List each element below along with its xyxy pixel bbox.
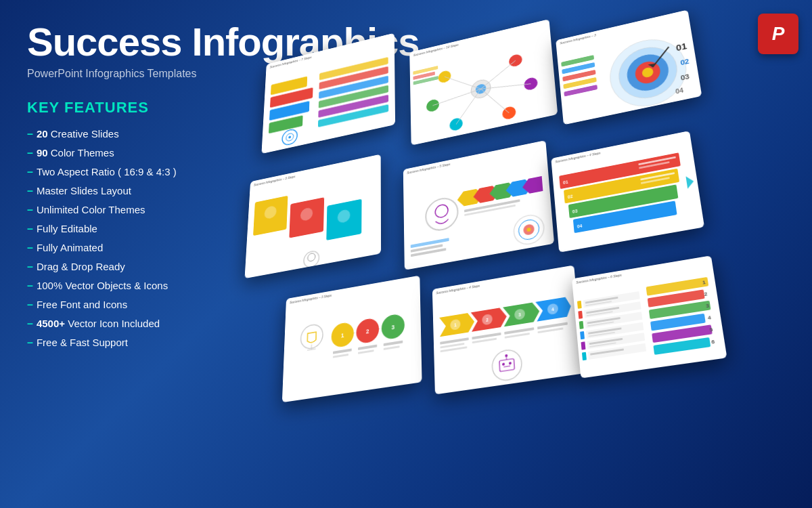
svg-text:3: 3 [518, 312, 522, 318]
slide-svg-1 [261, 40, 395, 154]
svg-line-23 [432, 89, 481, 106]
svg-point-137 [505, 354, 508, 358]
svg-text:2: 2 [704, 291, 708, 297]
svg-text:2: 2 [486, 317, 489, 322]
svg-point-58 [304, 250, 319, 268]
svg-line-135 [503, 366, 510, 366]
svg-text:3: 3 [391, 324, 394, 331]
svg-point-16 [509, 54, 523, 68]
svg-point-133 [502, 362, 505, 366]
svg-rect-138 [577, 301, 582, 309]
svg-text:04: 04 [577, 224, 583, 229]
slide-preview-9: Success Infographics – 6 Steps [572, 255, 727, 378]
svg-rect-139 [578, 311, 583, 319]
svg-text:6: 6 [711, 339, 715, 345]
slides-preview-area: Success Infographics – 7 Steps [237, 20, 744, 494]
svg-text:1: 1 [341, 332, 344, 339]
svg-point-20 [502, 106, 516, 121]
svg-point-131 [491, 348, 522, 382]
svg-line-103 [379, 329, 382, 329]
svg-point-12 [288, 135, 291, 138]
svg-marker-92 [685, 175, 694, 188]
svg-rect-132 [499, 358, 515, 371]
svg-point-18 [524, 77, 538, 91]
svg-rect-106 [358, 345, 377, 350]
slide-svg-3: 01 02 03 04 [556, 16, 702, 125]
slide-preview-4: Success Infographics – 3 Steps [244, 154, 381, 279]
svg-text:01: 01 [675, 41, 688, 53]
svg-rect-141 [580, 331, 585, 339]
svg-text:2: 2 [366, 328, 369, 335]
ppt-icon: P [758, 14, 798, 54]
svg-rect-107 [358, 350, 374, 354]
svg-rect-109 [384, 345, 400, 350]
ppt-icon-letter: P [772, 23, 785, 45]
svg-rect-142 [581, 341, 586, 350]
slide-preview-6: Success Infographics – 4 Steps 01 02 03 … [551, 131, 704, 253]
svg-rect-104 [333, 348, 352, 354]
svg-point-60 [426, 196, 459, 232]
svg-text:4: 4 [707, 314, 712, 321]
svg-rect-140 [579, 321, 584, 329]
slide-preview-5: Success Infographics – 5 Steps [403, 140, 554, 270]
slide-preview-7: Success Infographics – 3 Steps 1 2 3 [282, 276, 422, 403]
slide-preview-3: Success Infographics – 3 01 02 03 04 [556, 9, 702, 125]
slide-preview-8: Success Infographics – 4 Steps 1 2 3 4 [432, 265, 584, 394]
slide-preview-1: Success Infographics – 7 Steps [261, 33, 395, 154]
svg-rect-143 [582, 352, 587, 361]
svg-text:5: 5 [709, 326, 714, 333]
svg-rect-125 [472, 333, 501, 340]
svg-line-102 [354, 333, 357, 333]
svg-text:02: 02 [680, 57, 690, 66]
svg-point-59 [307, 253, 315, 262]
svg-rect-122 [440, 337, 468, 344]
svg-point-61 [435, 204, 448, 219]
svg-text:03: 03 [680, 72, 690, 82]
slide-preview-2: Success Infographics – 10 Steps [409, 19, 558, 145]
svg-rect-108 [384, 341, 403, 346]
svg-text:04: 04 [675, 87, 685, 96]
svg-text:1: 1 [454, 322, 457, 328]
svg-rect-71 [497, 199, 520, 206]
page-wrapper: P Success Infographics PowerPoint Infogr… [0, 0, 812, 508]
svg-rect-105 [333, 354, 348, 358]
slide-svg-2 [409, 26, 558, 146]
svg-point-134 [509, 362, 512, 365]
